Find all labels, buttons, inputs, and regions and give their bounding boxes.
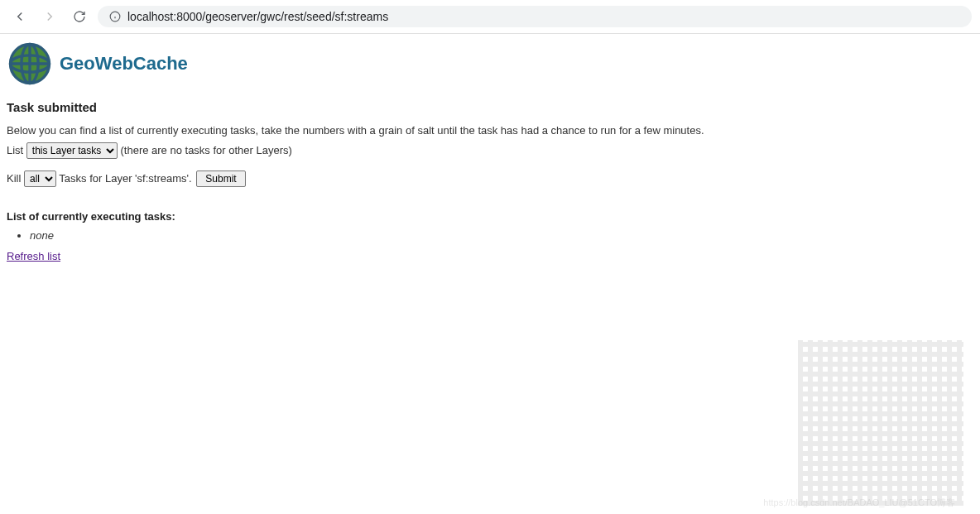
address-bar[interactable]: localhost:8000/geoserver/gwc/rest/seed/s… bbox=[98, 6, 972, 27]
info-icon bbox=[109, 11, 121, 22]
page-title: Task submitted bbox=[7, 100, 973, 114]
layer-filter-select[interactable]: this Layer tasks bbox=[26, 142, 118, 159]
browser-toolbar: localhost:8000/geoserver/gwc/rest/seed/s… bbox=[0, 0, 980, 34]
list-prefix-label: List bbox=[7, 144, 23, 156]
forward-button[interactable] bbox=[38, 5, 61, 28]
kill-scope-select[interactable]: all bbox=[24, 171, 56, 187]
kill-row: Kill all Tasks for Layer 'sf:streams'. S… bbox=[7, 171, 973, 187]
list-filter-row: List this Layer tasks (there are no task… bbox=[7, 142, 973, 159]
logo-header: GeoWebCache bbox=[7, 41, 973, 87]
list-item: none bbox=[30, 229, 973, 242]
back-button[interactable] bbox=[8, 5, 31, 28]
url-text: localhost:8000/geoserver/gwc/rest/seed/s… bbox=[127, 10, 388, 23]
reload-button[interactable] bbox=[68, 5, 91, 28]
refresh-link[interactable]: Refresh list bbox=[7, 250, 60, 262]
submit-button[interactable]: Submit bbox=[196, 171, 245, 187]
list-suffix-label: (there are no tasks for other Layers) bbox=[120, 144, 291, 156]
tasks-list: none bbox=[30, 229, 973, 242]
kill-prefix-label: Kill bbox=[7, 172, 21, 185]
intro-text: Below you can find a list of currently e… bbox=[7, 122, 973, 139]
geowebcache-logo-icon bbox=[7, 41, 53, 87]
kill-suffix-label: Tasks for Layer 'sf:streams'. bbox=[59, 172, 191, 185]
page-content: GeoWebCache Task submitted Below you can… bbox=[0, 34, 980, 279]
brand-name: GeoWebCache bbox=[60, 53, 188, 74]
tasks-section-title: List of currently executing tasks: bbox=[7, 210, 973, 223]
